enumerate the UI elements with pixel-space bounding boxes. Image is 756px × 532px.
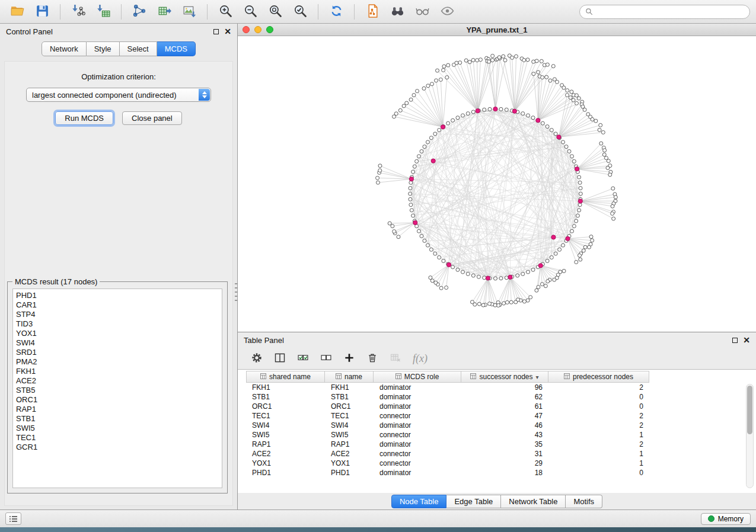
mcds-result-list[interactable]: PHD1CAR1STP4TID3YOX1SWI4SRD1PMA2FKH1ACE2… bbox=[12, 289, 222, 488]
cell: connector bbox=[374, 411, 461, 421]
tab-edge-table[interactable]: Edge Table bbox=[446, 495, 501, 508]
mcds-result-item[interactable]: SWI5 bbox=[16, 424, 222, 433]
tab-motifs[interactable]: Motifs bbox=[566, 495, 602, 508]
cell: dominator bbox=[374, 383, 461, 392]
network-canvas[interactable] bbox=[238, 36, 756, 332]
column-namespace-icon bbox=[470, 373, 476, 381]
table-row[interactable]: TEC1TEC1connector472 bbox=[246, 411, 756, 421]
tab-network-table[interactable]: Network Table bbox=[501, 495, 566, 508]
maximize-window-icon[interactable] bbox=[266, 26, 273, 33]
table-row[interactable]: RAP1RAP1dominator352 bbox=[246, 440, 756, 449]
columns-icon bbox=[274, 352, 286, 366]
cell: dominator bbox=[374, 392, 461, 402]
control-panel: Control Panel ✕ NetworkStyleSelectMCDS O… bbox=[0, 24, 238, 509]
panel-menu-button[interactable] bbox=[5, 512, 21, 525]
table-row[interactable]: PHD1PHD1dominator180 bbox=[246, 468, 756, 477]
tab-network[interactable]: Network bbox=[42, 41, 87, 56]
gear-button[interactable] bbox=[251, 352, 263, 366]
mcds-result-item[interactable]: STB5 bbox=[16, 386, 222, 395]
table-row[interactable]: ACE2ACE2connector311 bbox=[246, 449, 756, 459]
mcds-result-item[interactable]: RAP1 bbox=[16, 405, 222, 414]
close-window-icon[interactable] bbox=[243, 26, 250, 33]
mcds-result-item[interactable]: PHD1 bbox=[16, 291, 222, 300]
search-input[interactable] bbox=[596, 7, 744, 17]
table-row[interactable]: FKH1FKH1dominator962 bbox=[246, 383, 756, 392]
cell: SWI5 bbox=[325, 430, 374, 440]
hide-button[interactable] bbox=[411, 2, 433, 21]
mcds-result-item[interactable]: TID3 bbox=[16, 319, 222, 329]
zoom-selected-button[interactable] bbox=[289, 2, 311, 21]
column-header-predecessor-nodes[interactable]: predecessor nodes bbox=[548, 371, 649, 383]
table-row[interactable]: ORC1ORC1dominator610 bbox=[246, 402, 756, 411]
column-label: name bbox=[344, 373, 362, 381]
memory-button[interactable]: Memory bbox=[701, 513, 751, 525]
table-row[interactable]: SWI4SWI4dominator462 bbox=[246, 421, 756, 430]
mcds-result-item[interactable]: STB1 bbox=[16, 414, 222, 424]
columns-button[interactable] bbox=[274, 352, 286, 366]
export-table-button[interactable] bbox=[153, 2, 176, 21]
table-row[interactable]: YOX1YOX1connector291 bbox=[246, 459, 756, 468]
save-button[interactable] bbox=[31, 2, 53, 21]
mcds-result-item[interactable]: TEC1 bbox=[16, 433, 222, 443]
float-panel-icon[interactable] bbox=[213, 29, 219, 34]
mcds-result-item[interactable]: ORC1 bbox=[16, 395, 222, 405]
zoom-out-icon bbox=[243, 4, 258, 20]
mcds-result-item[interactable]: SRD1 bbox=[16, 348, 222, 357]
tab-mcds[interactable]: MCDS bbox=[157, 41, 196, 56]
tab-select[interactable]: Select bbox=[120, 41, 157, 56]
cell: 2 bbox=[548, 383, 649, 392]
zoom-fit-button[interactable] bbox=[264, 2, 286, 21]
zoom-out-button[interactable] bbox=[239, 2, 261, 21]
import-network-button[interactable] bbox=[67, 2, 90, 21]
table-row[interactable]: SWI5SWI5connector431 bbox=[246, 430, 756, 440]
cell: 47 bbox=[461, 411, 548, 421]
column-header-shared-name[interactable]: shared name bbox=[246, 371, 325, 383]
add-row-button[interactable] bbox=[343, 352, 355, 366]
search-box[interactable] bbox=[579, 5, 750, 19]
column-header-successor-nodes[interactable]: successor nodes▾ bbox=[461, 371, 548, 383]
clear-selection-button[interactable] bbox=[320, 352, 332, 366]
table-scrollbar-thumb[interactable] bbox=[747, 386, 752, 434]
cell: 2 bbox=[548, 421, 649, 430]
table-scrollbar[interactable] bbox=[746, 384, 754, 488]
refresh-button[interactable] bbox=[325, 2, 347, 21]
mcds-result-item[interactable]: FKH1 bbox=[16, 367, 222, 376]
memory-label: Memory bbox=[718, 515, 744, 523]
mcds-result-item[interactable]: ACE2 bbox=[16, 376, 222, 386]
close-panel-button[interactable]: Close panel bbox=[122, 111, 182, 125]
column-header-mcds-role[interactable]: MCDS role bbox=[374, 371, 461, 383]
cell: ORC1 bbox=[325, 402, 374, 411]
sort-chevron-icon[interactable]: ▾ bbox=[536, 374, 539, 380]
delete-row-button[interactable] bbox=[366, 352, 378, 366]
minimize-window-icon[interactable] bbox=[254, 26, 261, 33]
search-icon bbox=[585, 8, 593, 15]
close-table-panel-icon[interactable]: ✕ bbox=[743, 336, 750, 344]
mcds-result-item[interactable]: STP4 bbox=[16, 310, 222, 319]
tab-style[interactable]: Style bbox=[87, 41, 120, 56]
select-all-button[interactable] bbox=[297, 352, 309, 366]
open-folder-button[interactable] bbox=[6, 2, 28, 21]
new-network-button[interactable] bbox=[128, 2, 151, 21]
criterion-dropdown[interactable]: largest connected component (undirected) bbox=[26, 88, 211, 102]
float-table-panel-icon[interactable] bbox=[732, 338, 738, 343]
import-table-button[interactable] bbox=[92, 2, 114, 21]
mcds-result-item[interactable]: YOX1 bbox=[16, 329, 222, 338]
run-mcds-button[interactable]: Run MCDS bbox=[55, 111, 113, 125]
mcds-result-item[interactable]: CAR1 bbox=[16, 300, 222, 310]
mcds-result-item[interactable]: PMA2 bbox=[16, 357, 222, 367]
main-area: Control Panel ✕ NetworkStyleSelectMCDS O… bbox=[0, 24, 756, 509]
cell: 46 bbox=[461, 421, 548, 430]
mcds-result-item[interactable]: SWI4 bbox=[16, 338, 222, 348]
column-header-name[interactable]: name bbox=[325, 371, 374, 383]
cell: 62 bbox=[461, 392, 548, 402]
table-tabs: Node TableEdge TableNetwork TableMotifs bbox=[238, 493, 756, 509]
tab-node-table[interactable]: Node Table bbox=[391, 495, 447, 508]
show-button[interactable] bbox=[436, 2, 458, 21]
export-image-button[interactable] bbox=[178, 2, 200, 21]
mcds-result-item[interactable]: GCR1 bbox=[16, 443, 222, 452]
table-row[interactable]: STB1STB1dominator620 bbox=[246, 392, 756, 402]
zoom-in-button[interactable] bbox=[214, 2, 237, 21]
find-button[interactable] bbox=[386, 2, 409, 21]
clone-network-button[interactable] bbox=[361, 2, 384, 21]
close-panel-icon[interactable]: ✕ bbox=[224, 27, 231, 36]
